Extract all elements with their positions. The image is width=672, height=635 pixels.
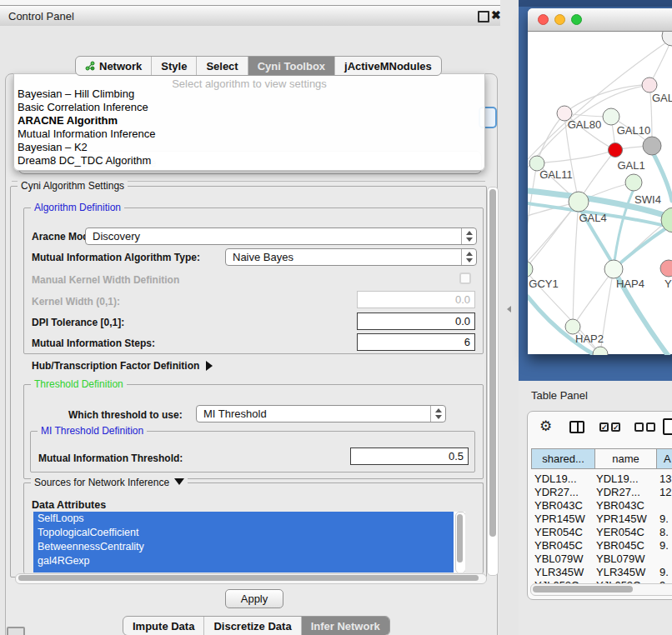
- node-gal-partial[interactable]: [642, 78, 657, 92]
- table-cell[interactable]: 13: [659, 472, 671, 485]
- table-cell[interactable]: YER054C: [534, 526, 583, 538]
- float-panel-icon[interactable]: [478, 11, 489, 22]
- table-cell[interactable]: 8.: [659, 526, 669, 538]
- scrollbar-thumb[interactable]: [18, 575, 479, 581]
- column-header-partial[interactable]: A: [656, 448, 672, 469]
- attribute-item[interactable]: gal4RGexp: [38, 555, 90, 567]
- table-cell[interactable]: YBL079W: [596, 552, 645, 565]
- dropdown-item-highlighted[interactable]: ARACNE Algorithm: [18, 114, 118, 127]
- which-threshold-combo[interactable]: MI Threshold: [196, 405, 446, 422]
- table-cell[interactable]: 9.: [659, 539, 669, 552]
- attribute-item[interactable]: SelfLoops: [38, 512, 84, 524]
- dropdown-item[interactable]: Bayesian – Hill Climbing: [18, 88, 134, 100]
- control-panel-title: Control Panel: [8, 10, 74, 22]
- tab-jactivemnodules[interactable]: jActiveMNodules: [334, 57, 441, 75]
- node-swi4[interactable]: [625, 174, 642, 191]
- tab-style[interactable]: Style: [151, 57, 196, 75]
- tab-discretize-data[interactable]: Discretize Data: [203, 617, 300, 635]
- table-cell[interactable]: YDL19...: [596, 472, 639, 485]
- mi-threshold-field[interactable]: 0.5: [350, 448, 469, 465]
- table-cell[interactable]: YPR145W: [596, 512, 647, 525]
- table-cell[interactable]: YBR043C: [596, 499, 644, 512]
- scrollbar-thumb[interactable]: [457, 514, 463, 562]
- checked-checkbox-icon[interactable]: ✓: [599, 422, 609, 432]
- combo-value: MI Threshold: [197, 408, 430, 420]
- node-hap4[interactable]: [604, 260, 623, 278]
- tab-select[interactable]: Select: [196, 57, 247, 75]
- zoom-traffic-light[interactable]: [571, 14, 582, 25]
- gear-icon[interactable]: ⚙: [539, 420, 552, 433]
- columns-icon[interactable]: [569, 421, 584, 433]
- table-cell[interactable]: 9.: [659, 512, 669, 525]
- table-cell[interactable]: YLR345W: [534, 566, 584, 578]
- dpi-tolerance-field[interactable]: 0.0: [357, 312, 475, 330]
- unchecked-checkbox-icon[interactable]: [634, 422, 644, 432]
- panel-dock-icon[interactable]: [7, 627, 25, 635]
- table-cell[interactable]: YER054C: [596, 526, 644, 538]
- data-attributes-list: SelfLoops TopologicalCoefficient Between…: [33, 512, 465, 572]
- table-cell[interactable]: YBR045C: [534, 539, 583, 552]
- node-gal10[interactable]: [603, 108, 619, 125]
- column-header-shared-name[interactable]: shared...: [531, 448, 595, 469]
- close-traffic-light[interactable]: [538, 14, 549, 25]
- table-cell[interactable]: YBR045C: [596, 539, 644, 552]
- node-gal4[interactable]: [569, 192, 589, 212]
- table-cell[interactable]: YDR27...: [534, 486, 579, 498]
- node-gal1[interactable]: [609, 143, 623, 158]
- tab-network[interactable]: Network: [76, 57, 151, 75]
- scrollbar-thumb[interactable]: [533, 586, 633, 592]
- document-icon[interactable]: [663, 418, 672, 435]
- unchecked-checkbox-icon[interactable]: [646, 422, 655, 432]
- attribute-item[interactable]: TopologicalCoefficient: [38, 527, 138, 538]
- node-y-partial[interactable]: [660, 260, 672, 277]
- kernel-width-field[interactable]: 0.0: [357, 291, 475, 308]
- table-cell[interactable]: YLR345W: [596, 566, 645, 578]
- dropdown-item[interactable]: Basic Correlation Inference: [18, 101, 148, 113]
- table-hscrollbar[interactable]: [530, 583, 672, 596]
- apply-button[interactable]: Apply: [225, 589, 283, 608]
- table-cell[interactable]: YBR043C: [534, 499, 583, 512]
- table-cell[interactable]: 12: [659, 486, 671, 498]
- settings-scrollbar[interactable]: [487, 187, 499, 576]
- table-panel-title: Table Panel: [531, 389, 588, 402]
- scrollbar-thumb[interactable]: [489, 189, 496, 537]
- mi-type-combo[interactable]: Naive Bayes: [225, 248, 477, 266]
- stepper-arrows-icon[interactable]: [430, 406, 445, 422]
- column-header-name[interactable]: name: [594, 448, 657, 469]
- table-cell[interactable]: YBL079W: [534, 552, 584, 565]
- node-gcy1[interactable]: [528, 261, 533, 278]
- dropdown-item[interactable]: Bayesian – K2: [18, 141, 88, 153]
- attribute-item[interactable]: BetweennessCentrality: [38, 541, 144, 552]
- stepper-arrows-icon[interactable]: [461, 249, 476, 265]
- control-panel-titlebar: Control Panel ✖: [0, 6, 501, 27]
- minimize-traffic-light[interactable]: [554, 14, 565, 25]
- tab-label: Cyni Toolbox: [258, 60, 325, 72]
- close-icon[interactable]: ✖: [491, 8, 501, 22]
- tab-infer-network[interactable]: Infer Network: [301, 617, 389, 635]
- expand-arrow-icon[interactable]: [206, 361, 213, 371]
- collapse-arrow-icon[interactable]: [174, 478, 184, 485]
- network-canvas[interactable]: GAL GAL80 GAL10 GAL1 GAL11 SWI4 GAL4 GCY…: [528, 32, 672, 355]
- table-cell[interactable]: YDL19...: [534, 472, 577, 485]
- mi-steps-field[interactable]: 6: [357, 333, 475, 351]
- stepper-arrows-icon[interactable]: [461, 228, 476, 244]
- manual-kernel-checkbox[interactable]: [459, 272, 471, 284]
- hub-definition-toggle[interactable]: Hub/Transcription Factor Definition: [32, 360, 213, 372]
- window-titlebar[interactable]: [528, 8, 672, 32]
- panel-divider[interactable]: [500, 0, 519, 635]
- dropdown-item[interactable]: Dream8 DC_TDC Algorithm: [18, 154, 151, 167]
- dropdown-item[interactable]: Mutual Information Inference: [18, 128, 155, 140]
- tab-impute-data[interactable]: Impute Data: [123, 617, 203, 635]
- aracne-mode-combo[interactable]: Discovery: [85, 228, 477, 245]
- checked-checkbox-icon[interactable]: ✓: [611, 422, 620, 432]
- settings-hscrollbar[interactable]: [15, 573, 487, 584]
- divider-collapse-arrow-icon[interactable]: [507, 306, 511, 312]
- table-cell[interactable]: YDR27...: [596, 486, 640, 498]
- tab-cyni-toolbox[interactable]: Cyni Toolbox: [248, 57, 334, 75]
- table-cell[interactable]: 9.: [659, 566, 669, 578]
- screenshot-root: Control Panel ✖ Network Style Select Cyn…: [0, 0, 672, 635]
- list-scrollbar[interactable]: [455, 512, 465, 572]
- sources-toggle[interactable]: Sources for Network Inference: [31, 477, 188, 488]
- node-gray[interactable]: [643, 137, 661, 155]
- table-cell[interactable]: YPR145W: [534, 512, 585, 525]
